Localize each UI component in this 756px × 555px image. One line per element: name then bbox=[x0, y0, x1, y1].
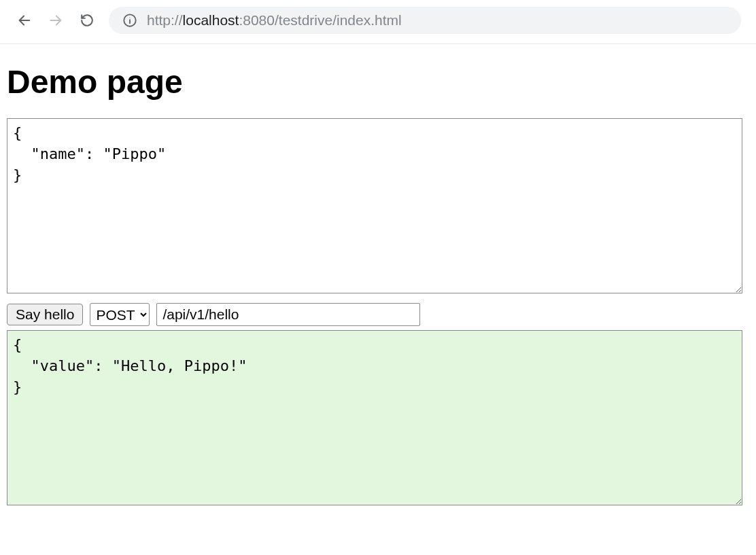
forward-button[interactable] bbox=[46, 11, 65, 30]
response-body-output[interactable] bbox=[7, 330, 742, 505]
back-button[interactable] bbox=[15, 11, 34, 30]
reload-button[interactable] bbox=[78, 11, 97, 30]
url-port: :8080 bbox=[239, 12, 275, 28]
arrow-right-icon bbox=[48, 13, 63, 28]
page-title: Demo page bbox=[7, 63, 749, 101]
say-hello-button[interactable]: Say hello bbox=[7, 304, 83, 325]
url-text: http://localhost:8080/testdrive/index.ht… bbox=[147, 12, 402, 29]
url-path: /testdrive/index.html bbox=[275, 12, 402, 28]
url-scheme: http:// bbox=[147, 12, 183, 28]
page-content: Demo page Say hello POST bbox=[0, 44, 756, 519]
info-icon bbox=[122, 13, 137, 28]
address-bar[interactable]: http://localhost:8080/testdrive/index.ht… bbox=[109, 7, 741, 34]
endpoint-input[interactable] bbox=[156, 303, 420, 326]
svg-point-4 bbox=[129, 17, 130, 18]
reload-icon bbox=[80, 13, 94, 28]
browser-toolbar: http://localhost:8080/testdrive/index.ht… bbox=[0, 0, 756, 44]
arrow-left-icon bbox=[17, 13, 32, 28]
controls-row: Say hello POST bbox=[7, 303, 749, 326]
request-body-input[interactable] bbox=[7, 118, 742, 293]
http-method-select[interactable]: POST bbox=[90, 303, 150, 326]
url-host: localhost bbox=[183, 12, 239, 28]
